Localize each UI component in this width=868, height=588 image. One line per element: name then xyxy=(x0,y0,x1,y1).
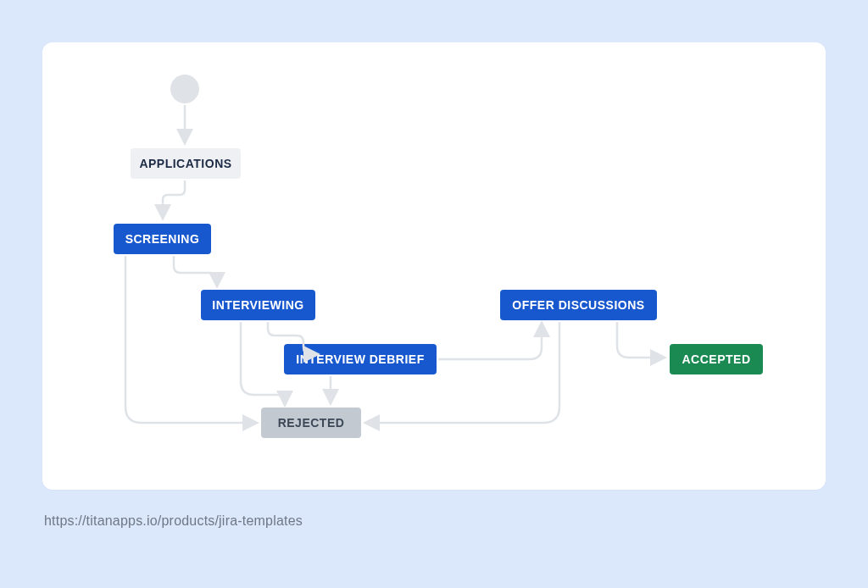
workflow-card: APPLICATIONS SCREENING INTERVIEWING INTE… xyxy=(42,42,826,490)
workflow-edges xyxy=(42,42,826,490)
footer-url: https://titanapps.io/products/jira-templ… xyxy=(44,513,303,529)
